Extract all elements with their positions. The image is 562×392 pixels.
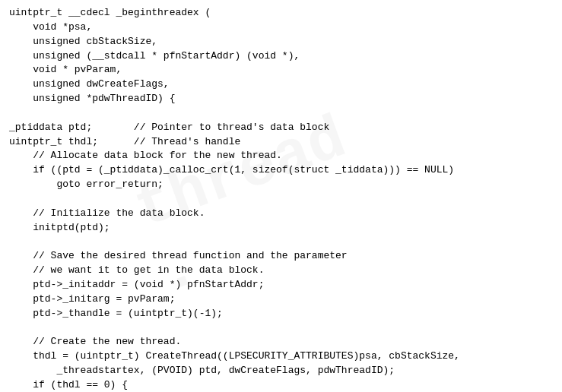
code-line: ptd->_initaddr = (void *) pfnStartAddr; [9,278,553,292]
code-line: uintptr_t thdl; // Thread's handle [9,135,553,150]
code-line [9,192,553,207]
code-line [9,106,553,121]
code-line: // Allocate data block for the new threa… [9,149,553,163]
code-line: void *psa, [9,21,553,35]
code-line: if (thdl == 0) { [9,378,553,392]
code-line: uintptr_t __cdecl _beginthreadex ( [9,6,553,21]
code-line [9,321,553,336]
code-line: unsigned cbStackSize, [9,35,553,49]
code-line: unsigned dwCreateFlags, [9,77,553,92]
code-block: uintptr_t __cdecl _beginthreadex ( void … [9,6,553,392]
code-line: // we want it to get in the data block. [9,264,553,278]
code-line: // Save the desired thread function and … [9,249,553,264]
code-line: initptd(ptd); [9,221,553,236]
code-line [9,236,553,250]
code-container: thread . uintptr_t __cdecl _beginthreade… [0,0,562,392]
code-line: goto error_return; [9,178,553,192]
code-line: // Create the new thread. [9,335,553,349]
code-line: _threadstartex, (PVOID) ptd, dwCreateFla… [9,364,553,378]
code-line: thdl = (uintptr_t) CreateThread((LPSECUR… [9,349,553,364]
code-line: // Initialize the data block. [9,207,553,221]
code-line: ptd->_thandle = (uintptr_t)(-1); [9,307,553,321]
code-line: if ((ptd = (_ptiddata)_calloc_crt(1, siz… [9,163,553,178]
code-line: _ptiddata ptd; // Pointer to thread's da… [9,121,553,135]
code-line: ptd->_initarg = pvParam; [9,292,553,307]
code-line: unsigned *pdwThreadID) { [9,92,553,106]
code-line: unsigned (__stdcall * pfnStartAddr) (voi… [9,49,553,64]
code-line: void * pvParam, [9,63,553,77]
